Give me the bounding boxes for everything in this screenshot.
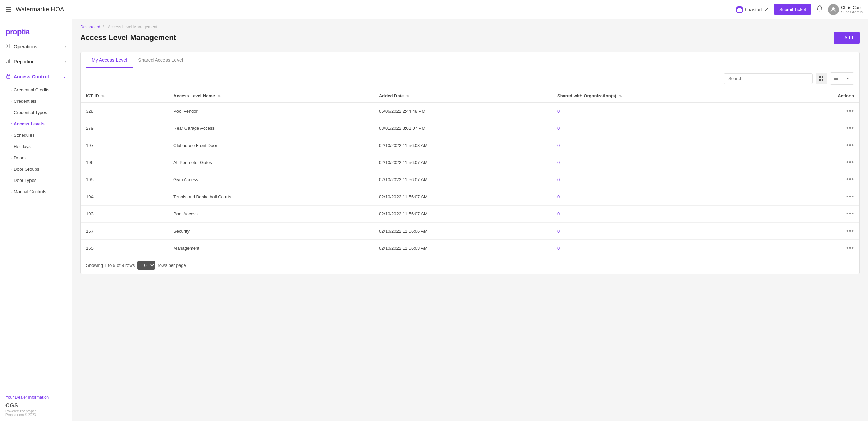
cell-shared[interactable]: 0 [552, 137, 778, 154]
cell-shared[interactable]: 0 [552, 171, 778, 188]
copyright: Proptia.com © 2023 [5, 413, 66, 417]
sidebar-item-doors[interactable]: Doors [8, 152, 72, 163]
sidebar-item-access-control[interactable]: Access Control ∨ [0, 69, 72, 84]
main-content: Dashboard / Access Level Management Acce… [72, 19, 868, 421]
sidebar: proptia Operations › Reporting [0, 19, 72, 421]
sidebar-item-credentials[interactable]: Credentials [8, 96, 72, 107]
dropdown-arrow-button[interactable] [842, 73, 854, 84]
date-sort-icon[interactable]: ⇅ [406, 94, 409, 98]
svg-point-1 [832, 7, 835, 10]
user-info[interactable]: Chris Carr Super Admin [828, 4, 863, 15]
sidebar-item-holidays[interactable]: Holidays [8, 141, 72, 152]
sidebar-item-operations[interactable]: Operations › [0, 39, 72, 54]
table-row: 167 Security 02/10/2022 11:56:06 AM 0 ••… [81, 223, 859, 240]
svg-point-7 [8, 77, 9, 77]
view-dropdown [830, 72, 854, 85]
search-input[interactable] [724, 73, 813, 84]
cell-ict-id: 167 [81, 223, 168, 240]
cell-ict-id: 193 [81, 206, 168, 223]
header-title: Watermarke HOA [16, 6, 64, 13]
dealer-info[interactable]: Your Dealer Information [5, 395, 66, 400]
cell-shared[interactable]: 0 [552, 223, 778, 240]
row-actions-button[interactable]: ••• [846, 245, 854, 252]
sidebar-item-credential-types[interactable]: Credential Types [8, 107, 72, 118]
cell-actions: ••• [778, 171, 859, 188]
col-access-level-name[interactable]: Access Level Name ⇅ [168, 89, 374, 103]
svg-rect-10 [819, 79, 821, 81]
tab-shared-access-level[interactable]: Shared Access Level [133, 52, 188, 68]
cell-shared[interactable]: 0 [552, 188, 778, 206]
hoa-start: hoastart [736, 6, 769, 13]
col-shared-with[interactable]: Shared with Organization(s) ⇅ [552, 89, 778, 103]
col-ict-id[interactable]: ICT ID ⇅ [81, 89, 168, 103]
header-left: ☰ Watermarke HOA [5, 5, 64, 14]
pagination: Showing 1 to 9 of 9 rows 10 25 50 rows p… [81, 257, 859, 274]
row-actions-button[interactable]: ••• [846, 142, 854, 149]
table-row: 197 Clubhouse Front Door 02/10/2022 11:5… [81, 137, 859, 154]
sidebar-item-access-levels[interactable]: Access Levels [8, 118, 72, 129]
svg-rect-3 [6, 62, 7, 63]
table-row: 328 Pool Vendor 05/06/2022 2:44:48 PM 0 … [81, 103, 859, 120]
row-actions-button[interactable]: ••• [846, 193, 854, 200]
user-name: Chris Carr [841, 5, 863, 10]
ict-id-sort-icon[interactable]: ⇅ [101, 94, 104, 98]
cell-access-level-name: Gym Access [168, 171, 374, 188]
sidebar-item-door-types[interactable]: Door Types [8, 175, 72, 186]
bell-icon[interactable] [816, 5, 823, 14]
cell-ict-id: 196 [81, 154, 168, 171]
rows-per-page-select[interactable]: 10 25 50 [137, 261, 155, 270]
shared-sort-icon[interactable]: ⇅ [619, 94, 622, 98]
proptia-logo: proptia [5, 27, 66, 36]
tabs: My Access Level Shared Access Level [81, 52, 859, 68]
name-sort-icon[interactable]: ⇅ [218, 94, 220, 98]
cell-added-date: 05/06/2022 2:44:48 PM [374, 103, 552, 120]
content-card: My Access Level Shared Access Level [80, 52, 860, 274]
row-actions-button[interactable]: ••• [846, 210, 854, 218]
cell-actions: ••• [778, 103, 859, 120]
row-actions-button[interactable]: ••• [846, 108, 854, 115]
breadcrumb-dashboard[interactable]: Dashboard [80, 25, 100, 29]
row-actions-button[interactable]: ••• [846, 125, 854, 132]
cell-shared[interactable]: 0 [552, 206, 778, 223]
cell-ict-id: 194 [81, 188, 168, 206]
cell-access-level-name: Rear Garage Access [168, 120, 374, 137]
pagination-info: Showing 1 to 9 of 9 rows [86, 263, 135, 268]
row-actions-button[interactable]: ••• [846, 159, 854, 166]
sidebar-item-reporting[interactable]: Reporting › [0, 54, 72, 69]
user-details: Chris Carr Super Admin [841, 5, 863, 14]
submit-ticket-button[interactable]: Submit Ticket [774, 4, 811, 15]
reporting-label: Reporting [14, 59, 35, 64]
save-view-button[interactable] [816, 73, 827, 84]
table-row: 195 Gym Access 02/10/2022 11:56:07 AM 0 … [81, 171, 859, 188]
col-added-date[interactable]: Added Date ⇅ [374, 89, 552, 103]
operations-icon [5, 43, 11, 50]
tab-my-access-level[interactable]: My Access Level [86, 52, 133, 68]
add-button[interactable]: + Add [834, 32, 860, 44]
cell-shared[interactable]: 0 [552, 120, 778, 137]
svg-rect-4 [8, 60, 9, 63]
row-actions-button[interactable]: ••• [846, 227, 854, 235]
cell-actions: ••• [778, 206, 859, 223]
header: ☰ Watermarke HOA hoastart Submit Ticket … [0, 0, 868, 19]
list-view-button[interactable] [830, 73, 842, 84]
cell-added-date: 02/10/2022 11:56:07 AM [374, 206, 552, 223]
cell-actions: ••• [778, 120, 859, 137]
sidebar-item-door-groups[interactable]: Door Groups [8, 163, 72, 175]
access-levels-table: ICT ID ⇅ Access Level Name ⇅ Added Date … [81, 89, 859, 257]
cell-added-date: 03/01/2022 3:01:07 PM [374, 120, 552, 137]
row-actions-button[interactable]: ••• [846, 176, 854, 183]
table-row: 194 Tennis and Basketball Courts 02/10/2… [81, 188, 859, 206]
sidebar-item-schedules[interactable]: Schedules [8, 129, 72, 141]
cell-shared[interactable]: 0 [552, 103, 778, 120]
table-row: 165 Management 02/10/2022 11:56:03 AM 0 … [81, 240, 859, 257]
cell-access-level-name: Security [168, 223, 374, 240]
cell-shared[interactable]: 0 [552, 240, 778, 257]
sidebar-item-credential-credits[interactable]: Credential Credits [8, 84, 72, 96]
svg-rect-8 [819, 76, 821, 78]
cell-added-date: 02/10/2022 11:56:07 AM [374, 188, 552, 206]
sidebar-item-manual-controls[interactable]: Manual Controls [8, 186, 72, 197]
hamburger-icon[interactable]: ☰ [5, 5, 12, 14]
cell-ict-id: 197 [81, 137, 168, 154]
table-row: 196 All Perimeter Gates 02/10/2022 11:56… [81, 154, 859, 171]
cell-shared[interactable]: 0 [552, 154, 778, 171]
